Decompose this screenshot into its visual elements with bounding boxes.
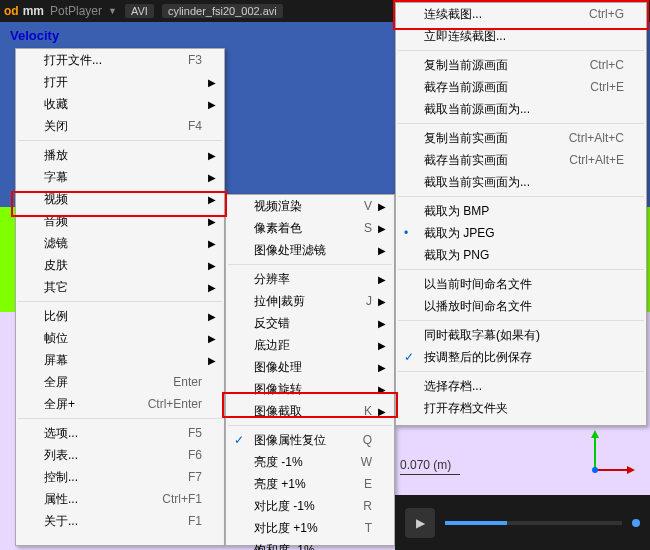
main-menu-item-11[interactable]: 其它▶ [16, 276, 224, 298]
menu-item-label: 图像截取 [254, 403, 364, 420]
menu-item-label: 像素着色 [254, 220, 364, 237]
menu-item-label: 选择存档... [424, 378, 624, 395]
capture-menu-item-11[interactable]: 截取为 BMP [396, 200, 646, 222]
capture-menu-item-1[interactable]: 立即连续截图... [396, 25, 646, 47]
capture-menu-item-4[interactable]: 截存当前源画面Ctrl+E [396, 76, 646, 98]
submenu-arrow-icon: ▶ [208, 333, 216, 344]
video-menu-item-9[interactable]: 图像旋转▶ [226, 378, 394, 400]
main-menu-item-15[interactable]: 屏幕▶ [16, 349, 224, 371]
video-menu-item-13[interactable]: 亮度 -1%W [226, 451, 394, 473]
menu-item-label: 打开存档文件夹 [424, 400, 624, 417]
menu-item-label: 亮度 +1% [254, 476, 364, 493]
dropdown-icon[interactable]: ▼ [108, 6, 117, 16]
capture-menu-item-19[interactable]: ✓按调整后的比例保存 [396, 346, 646, 368]
main-menu-item-1[interactable]: 打开▶ [16, 71, 224, 93]
video-menu-item-4[interactable]: 分辨率▶ [226, 268, 394, 290]
menu-item-label: 音频 [44, 213, 202, 230]
svg-marker-4 [627, 466, 635, 474]
video-menu-item-2[interactable]: 图像处理滤镜▶ [226, 239, 394, 261]
capture-menu-item-16[interactable]: 以播放时间命名文件 [396, 295, 646, 317]
menu-item-label: 图像旋转 [254, 381, 372, 398]
submenu-arrow-icon: ▶ [378, 245, 386, 256]
shortcut-label: Ctrl+Alt+C [569, 131, 624, 145]
shortcut-label: Ctrl+Enter [148, 397, 202, 411]
menu-item-label: 关于... [44, 513, 188, 530]
menu-item-label: 底边距 [254, 337, 372, 354]
submenu-arrow-icon: ▶ [378, 296, 386, 307]
video-menu-item-16[interactable]: 对比度 +1%T [226, 517, 394, 539]
video-submenu: 视频渲染V▶像素着色S▶图像处理滤镜▶分辨率▶拉伸|裁剪J▶反交错▶底边距▶图像… [225, 194, 395, 546]
bullet-icon: • [404, 226, 408, 240]
capture-menu-item-3[interactable]: 复制当前源画面Ctrl+C [396, 54, 646, 76]
capture-menu-item-12[interactable]: •截取为 JPEG [396, 222, 646, 244]
app-name[interactable]: PotPlayer [50, 4, 102, 18]
main-menu-item-14[interactable]: 帧位▶ [16, 327, 224, 349]
video-menu-item-8[interactable]: 图像处理▶ [226, 356, 394, 378]
menu-item-label: 以当前时间命名文件 [424, 276, 624, 293]
main-menu-item-0[interactable]: 打开文件...F3 [16, 49, 224, 71]
menu-item-label: 视频渲染 [254, 198, 364, 215]
capture-menu-item-8[interactable]: 截存当前实画面Ctrl+Alt+E [396, 149, 646, 171]
main-menu-item-22[interactable]: 属性...Ctrl+F1 [16, 488, 224, 510]
capture-menu-item-21[interactable]: 选择存档... [396, 375, 646, 397]
capture-menu-item-22[interactable]: 打开存档文件夹 [396, 397, 646, 419]
main-menu-item-13[interactable]: 比例▶ [16, 305, 224, 327]
shortcut-label: R [363, 499, 372, 513]
submenu-arrow-icon: ▶ [378, 384, 386, 395]
main-menu-item-23[interactable]: 关于...F1 [16, 510, 224, 532]
separator [18, 140, 222, 141]
main-menu-item-5[interactable]: 播放▶ [16, 144, 224, 166]
main-menu-item-7[interactable]: 视频▶ [16, 188, 224, 210]
menu-item-label: 以播放时间命名文件 [424, 298, 624, 315]
progress-bar[interactable] [445, 521, 622, 525]
main-menu-item-17[interactable]: 全屏+Ctrl+Enter [16, 393, 224, 415]
capture-menu-item-5[interactable]: 截取当前源画面为... [396, 98, 646, 120]
submenu-arrow-icon: ▶ [378, 223, 386, 234]
menu-item-label: 截取为 PNG [424, 247, 624, 264]
separator [398, 269, 644, 270]
shortcut-label: F1 [188, 514, 202, 528]
logo-part2: mm [23, 4, 44, 18]
submenu-arrow-icon: ▶ [208, 238, 216, 249]
filename-badge: cylinder_fsi20_002.avi [162, 4, 283, 18]
main-menu-item-16[interactable]: 全屏Enter [16, 371, 224, 393]
video-menu-item-15[interactable]: 对比度 -1%R [226, 495, 394, 517]
main-menu-item-3[interactable]: 关闭F4 [16, 115, 224, 137]
main-menu-item-6[interactable]: 字幕▶ [16, 166, 224, 188]
video-menu-item-17[interactable]: 饱和度 -1% [226, 539, 394, 550]
volume-indicator[interactable] [632, 519, 640, 527]
video-menu-item-0[interactable]: 视频渲染V▶ [226, 195, 394, 217]
capture-menu-item-0[interactable]: 连续截图...Ctrl+G [396, 3, 646, 25]
menu-item-label: 截存当前源画面 [424, 79, 590, 96]
menu-item-label: 全屏 [44, 374, 173, 391]
main-menu-item-10[interactable]: 皮肤▶ [16, 254, 224, 276]
video-menu-item-10[interactable]: 图像截取K▶ [226, 400, 394, 422]
video-menu-item-5[interactable]: 拉伸|裁剪J▶ [226, 290, 394, 312]
main-menu-item-20[interactable]: 列表...F6 [16, 444, 224, 466]
menu-item-label: 其它 [44, 279, 202, 296]
video-menu-item-14[interactable]: 亮度 +1%E [226, 473, 394, 495]
menu-item-label: 饱和度 -1% [254, 542, 372, 551]
menu-item-label: 比例 [44, 308, 202, 325]
video-menu-item-6[interactable]: 反交错▶ [226, 312, 394, 334]
main-menu-item-9[interactable]: 滤镜▶ [16, 232, 224, 254]
capture-menu-item-15[interactable]: 以当前时间命名文件 [396, 273, 646, 295]
shortcut-label: E [364, 477, 372, 491]
submenu-arrow-icon: ▶ [378, 318, 386, 329]
submenu-arrow-icon: ▶ [208, 282, 216, 293]
main-menu-item-21[interactable]: 控制...F7 [16, 466, 224, 488]
play-button[interactable]: ▶ [405, 508, 435, 538]
menu-item-label: 关闭 [44, 118, 188, 135]
capture-menu-item-7[interactable]: 复制当前实画面Ctrl+Alt+C [396, 127, 646, 149]
video-menu-item-7[interactable]: 底边距▶ [226, 334, 394, 356]
shortcut-label: F6 [188, 448, 202, 462]
capture-menu-item-13[interactable]: 截取为 PNG [396, 244, 646, 266]
main-menu-item-2[interactable]: 收藏▶ [16, 93, 224, 115]
capture-menu-item-18[interactable]: 同时截取字幕(如果有) [396, 324, 646, 346]
video-menu-item-1[interactable]: 像素着色S▶ [226, 217, 394, 239]
video-menu-item-12[interactable]: ✓图像属性复位Q [226, 429, 394, 451]
capture-menu-item-9[interactable]: 截取当前实画面为... [396, 171, 646, 193]
main-menu-item-8[interactable]: 音频▶ [16, 210, 224, 232]
shortcut-label: F3 [188, 53, 202, 67]
main-menu-item-19[interactable]: 选项...F5 [16, 422, 224, 444]
